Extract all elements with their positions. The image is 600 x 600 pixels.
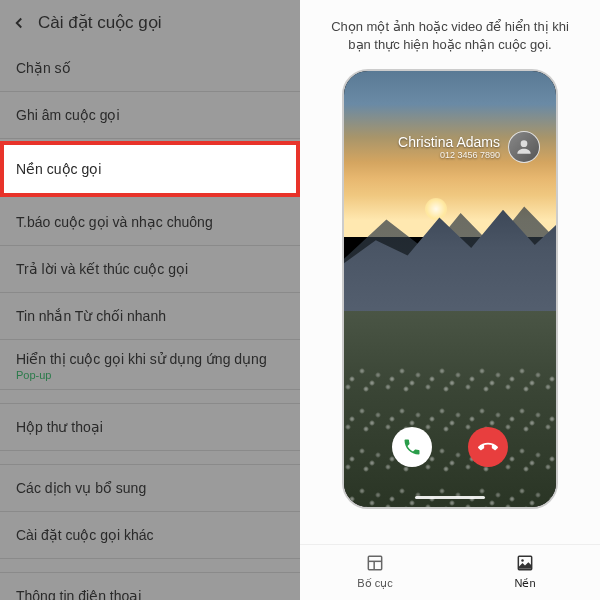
caller-avatar [508,131,540,163]
settings-item-answer[interactable]: Trả lời và kết thúc cuộc gọi [0,246,300,293]
settings-sub-label: Pop-up [16,369,284,381]
phone-frame[interactable]: Christina Adams 012 3456 7890 [342,69,558,509]
settings-divider [0,559,300,573]
accept-call-button[interactable] [392,427,432,467]
settings-item-voicemail[interactable]: Hộp thư thoại [0,404,300,451]
settings-item-phoneinfo[interactable]: Thông tin điện thoại [0,573,300,600]
settings-item-popup[interactable]: Hiển thị cuộc gọi khi sử dụng ứng dụng P… [0,340,300,390]
layout-icon [365,553,385,573]
settings-divider [0,390,300,404]
phone-down-icon [478,437,498,457]
caller-number: 012 3456 7890 [398,150,500,160]
caller-name: Christina Adams [398,134,500,150]
settings-list: Chặn số Ghi âm cuộc gọi Nền cuộc gọi T.b… [0,45,300,600]
settings-item-other[interactable]: Cài đặt cuộc gọi khác [0,512,300,559]
nav-background[interactable]: Nền [450,553,600,590]
description-text: Chọn một ảnh hoặc video để hiển thị khi … [300,0,600,64]
nav-label: Nền [514,577,535,590]
left-panel: Cài đặt cuộc gọi Chặn số Ghi âm cuộc gọi… [0,0,300,600]
back-icon[interactable] [10,14,28,32]
nav-indicator [415,496,485,499]
settings-item-block[interactable]: Chặn số [0,45,300,92]
settings-divider [0,451,300,465]
phone-icon [402,437,422,457]
svg-point-5 [521,559,524,562]
settings-item-supplementary[interactable]: Các dịch vụ bổ sung [0,465,300,512]
svg-rect-1 [368,556,381,569]
page-title: Cài đặt cuộc gọi [38,12,162,33]
call-buttons [344,427,556,467]
settings-item-quickdecline[interactable]: Tin nhắn Từ chối nhanh [0,293,300,340]
right-panel: Chọn một ảnh hoặc video để hiển thị khi … [300,0,600,600]
nav-layout[interactable]: Bố cục [300,553,450,590]
settings-item-alerts[interactable]: T.báo cuộc gọi và nhạc chuông [0,199,300,246]
settings-header: Cài đặt cuộc gọi [0,0,300,45]
settings-item-record[interactable]: Ghi âm cuộc gọi [0,92,300,139]
bottom-nav: Bố cục Nền [300,544,600,600]
settings-item-background[interactable]: Nền cuộc gọi [0,141,300,197]
decline-call-button[interactable] [468,427,508,467]
image-icon [515,553,535,573]
svg-point-0 [521,141,528,148]
caller-info: Christina Adams 012 3456 7890 [398,131,540,163]
nav-label: Bố cục [357,577,392,590]
phone-preview: Christina Adams 012 3456 7890 [300,64,600,544]
